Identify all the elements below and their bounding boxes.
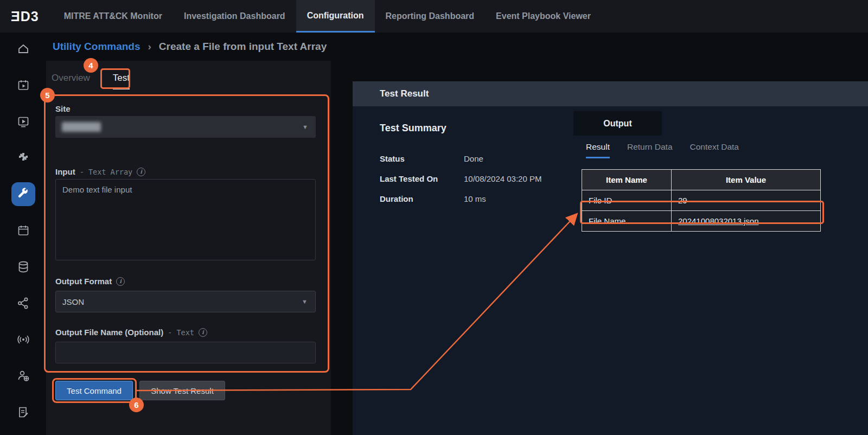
- output-file-name-field: [55, 342, 316, 363]
- nav-event-playbook-viewer[interactable]: Event Playbook Viewer: [485, 0, 602, 33]
- home-icon[interactable]: [11, 37, 35, 61]
- calendar-play-icon[interactable]: [11, 73, 35, 97]
- site-value-redacted: [62, 122, 101, 132]
- annotation-badge-6: 6: [129, 398, 144, 412]
- tab-overview[interactable]: Overview: [52, 73, 90, 89]
- puzzle-icon[interactable]: [11, 146, 35, 170]
- command-test-panel: Overview Test Site ▼ Input - Text Array …: [46, 61, 331, 435]
- breadcrumb: Utility Commands › Create a File from in…: [53, 33, 327, 61]
- nav-investigation-dashboard[interactable]: Investigation Dashboard: [173, 0, 296, 33]
- summary-row-status: Status Done: [380, 154, 541, 174]
- test-result-panel: Test Result Test Summary Status Done Las…: [353, 81, 868, 435]
- file-name-link[interactable]: 20241008032013.json: [678, 216, 758, 226]
- output-file-name-type-hint: - Text: [168, 328, 194, 337]
- info-icon[interactable]: i: [137, 168, 145, 176]
- subtab-context-data[interactable]: Context Data: [690, 142, 739, 158]
- input-label: Input - Text Array i: [55, 167, 145, 176]
- summary-row-last-tested: Last Tested On 10/08/2024 03:20 PM: [380, 174, 541, 194]
- output-format-dropdown[interactable]: JSON ▼: [55, 291, 316, 312]
- last-tested-value: 10/08/2024 03:20 PM: [464, 174, 541, 183]
- tab-test[interactable]: Test: [113, 73, 130, 89]
- result-table: Item Name Item Value File ID 29 File Nam…: [582, 169, 821, 232]
- user-globe-icon[interactable]: [11, 364, 35, 388]
- output-file-name-label: Output File Name (Optional) - Text i: [55, 328, 207, 337]
- col-item-name: Item Name: [582, 170, 672, 190]
- broadcast-icon[interactable]: [11, 328, 35, 351]
- wrench-icon[interactable]: [11, 182, 35, 206]
- top-navbar: ƎD3 MITRE ATT&CK Monitor Investigation D…: [0, 0, 868, 33]
- calendar-icon[interactable]: [11, 219, 35, 242]
- col-item-value: Item Value: [672, 170, 821, 190]
- document-pen-icon[interactable]: [11, 400, 35, 424]
- input-type-hint: - Text Array: [80, 168, 133, 176]
- input-textarea[interactable]: Demo text file input: [55, 179, 316, 260]
- file-id-value-cell: 29: [672, 190, 821, 211]
- test-summary-title: Test Summary: [380, 123, 446, 134]
- table-row-file-name: File Name 20241008032013.json: [582, 211, 821, 232]
- main-nav: MITRE ATT&CK Monitor Investigation Dashb…: [53, 0, 602, 33]
- output-format-label: Output Format i: [55, 277, 125, 286]
- breadcrumb-parent-link[interactable]: Utility Commands: [53, 41, 141, 53]
- site-dropdown[interactable]: ▼: [55, 116, 316, 138]
- video-play-icon[interactable]: [11, 110, 35, 133]
- info-icon[interactable]: i: [199, 328, 207, 337]
- site-label: Site: [55, 104, 71, 113]
- duration-value: 10 ms: [464, 194, 486, 203]
- page-title: Create a File from input Text Array: [159, 41, 327, 53]
- output-sub-tabs: Result Return Data Context Data: [586, 142, 739, 158]
- table-header-row: Item Name Item Value: [582, 170, 821, 190]
- subtab-return-data[interactable]: Return Data: [627, 142, 673, 158]
- nav-mitre-attack-monitor[interactable]: MITRE ATT&CK Monitor: [53, 0, 173, 33]
- test-result-header: Test Result: [353, 81, 868, 106]
- panel-tabs: Overview Test: [52, 73, 130, 89]
- database-icon[interactable]: [11, 255, 35, 279]
- tab-output[interactable]: Output: [573, 111, 662, 136]
- status-value: Done: [464, 154, 483, 163]
- output-format-value: JSON: [62, 297, 84, 306]
- file-name-name-cell: File Name: [582, 211, 672, 232]
- annotation-badge-5: 5: [40, 88, 55, 103]
- chevron-down-icon: ▼: [302, 298, 308, 305]
- test-command-button[interactable]: Test Command: [55, 381, 133, 400]
- table-row-file-id: File ID 29: [582, 190, 821, 211]
- nav-reporting-dashboard[interactable]: Reporting Dashboard: [375, 0, 486, 33]
- annotation-badge-4: 4: [84, 58, 98, 73]
- app-window: ƎD3 MITRE ATT&CK Monitor Investigation D…: [0, 0, 868, 435]
- subtab-result[interactable]: Result: [586, 142, 610, 158]
- file-name-value-cell: 20241008032013.json: [672, 211, 821, 232]
- file-id-name-cell: File ID: [582, 190, 672, 211]
- chevron-down-icon: ▼: [302, 124, 308, 130]
- nav-configuration[interactable]: Configuration: [296, 0, 375, 33]
- d3-logo[interactable]: ƎD3: [0, 0, 53, 33]
- icon-sidebar: [0, 33, 46, 435]
- share-nodes-icon[interactable]: [11, 291, 35, 315]
- summary-row-duration: Duration 10 ms: [380, 194, 541, 214]
- test-summary: Status Done Last Tested On 10/08/2024 03…: [380, 154, 541, 214]
- output-file-name-input[interactable]: [62, 348, 309, 358]
- breadcrumb-separator: ›: [148, 41, 151, 53]
- info-icon[interactable]: i: [116, 277, 125, 286]
- show-test-result-button[interactable]: Show Test Result: [139, 381, 225, 400]
- test-result-body: Test Summary Status Done Last Tested On …: [353, 106, 868, 435]
